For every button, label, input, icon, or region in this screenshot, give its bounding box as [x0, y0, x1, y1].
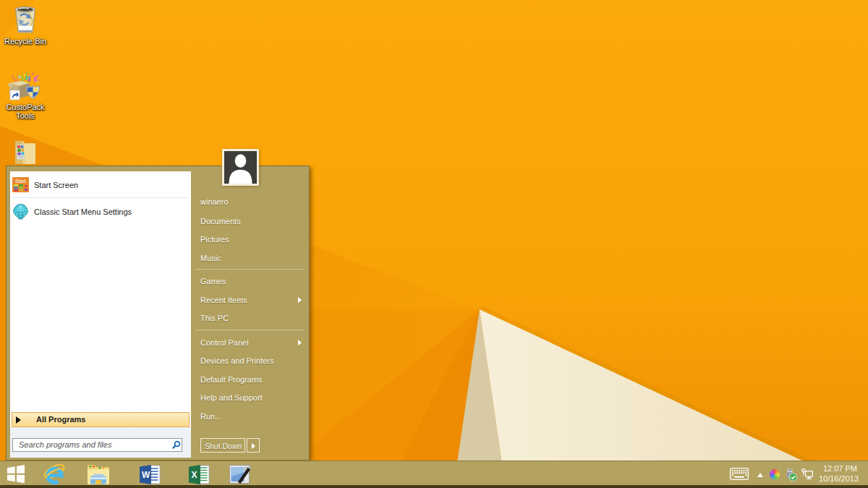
svg-text:W: W	[142, 470, 150, 480]
svg-text:X: X	[192, 470, 197, 480]
svg-text:Start: Start	[15, 179, 26, 184]
